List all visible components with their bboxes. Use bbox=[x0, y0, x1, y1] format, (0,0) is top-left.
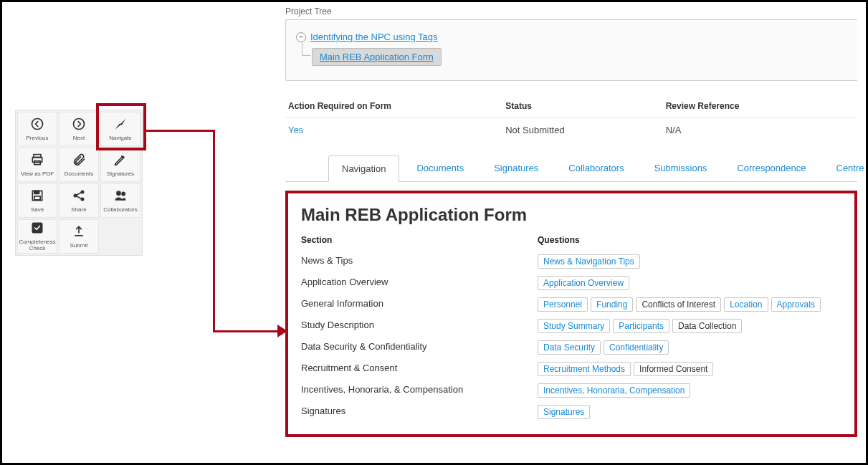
section-name: Signatures bbox=[301, 404, 538, 420]
col-action-required: Action Required on Form bbox=[285, 95, 502, 118]
tab-navigation[interactable]: Navigation bbox=[328, 155, 399, 182]
question-chip[interactable]: Personnel bbox=[538, 297, 588, 312]
question-chip[interactable]: Data Collection bbox=[672, 319, 742, 333]
navigation-panel-title: Main REB Application Form bbox=[301, 205, 841, 225]
collaborators-button[interactable]: Collaborators bbox=[100, 183, 140, 218]
next-button-label: Next bbox=[73, 135, 85, 142]
action-toolbar: PreviousNextNavigateView as PDFDocuments… bbox=[15, 110, 143, 256]
tree-child-link[interactable]: Main REB Application Form bbox=[320, 52, 434, 62]
share-icon bbox=[72, 188, 86, 205]
tab-correspondence[interactable]: Correspondence bbox=[724, 155, 819, 181]
share-button-label: Share bbox=[71, 207, 86, 214]
question-chip[interactable]: Conflicts of Interest bbox=[636, 297, 721, 312]
svg-point-12 bbox=[122, 192, 125, 195]
completeness-check-button[interactable]: Completeness Check bbox=[17, 219, 57, 254]
review-reference-value: N/A bbox=[663, 118, 857, 146]
svg-point-1 bbox=[74, 118, 85, 129]
upload-icon bbox=[72, 224, 86, 241]
arrow-left-circle-icon bbox=[30, 117, 44, 133]
question-chip[interactable]: Participants bbox=[613, 319, 669, 333]
question-chip[interactable]: Approvals bbox=[771, 297, 821, 312]
question-chip[interactable]: Funding bbox=[591, 297, 633, 312]
submit-button[interactable]: Submit bbox=[59, 219, 99, 254]
next-button[interactable]: Next bbox=[59, 112, 99, 146]
navigate-button-label: Navigate bbox=[109, 135, 132, 142]
signatures-button-label: Signatures bbox=[107, 171, 134, 178]
annotation-connector bbox=[213, 130, 215, 330]
project-tree-label: Project Tree bbox=[285, 6, 857, 16]
collaborators-button-label: Collaborators bbox=[103, 207, 138, 214]
question-chip[interactable]: Signatures bbox=[538, 405, 590, 419]
save-button-label: Save bbox=[31, 207, 44, 214]
documents-button-label: Documents bbox=[65, 171, 93, 178]
section-name: News & Tips bbox=[301, 254, 538, 269]
col-status: Status bbox=[502, 95, 662, 118]
view-pdf-button-label: View as PDF bbox=[21, 171, 54, 178]
share-button[interactable]: Share bbox=[59, 183, 99, 218]
action-required-link[interactable]: Yes bbox=[288, 125, 303, 135]
question-chip[interactable]: Study Summary bbox=[538, 319, 610, 333]
annotation-connector bbox=[146, 130, 213, 132]
question-chip[interactable]: News & Navigation Tips bbox=[538, 254, 640, 269]
section-name: Recruitment & Consent bbox=[301, 361, 538, 377]
tab-submissions[interactable]: Submissions bbox=[642, 155, 720, 181]
question-chip-group: Data SecurityConfidentiality bbox=[538, 340, 841, 355]
project-tree-box: − Identifying the NPC using Tags Main RE… bbox=[285, 19, 857, 81]
question-chip-group: Recruitment MethodsInformed Consent bbox=[538, 361, 841, 377]
save-button[interactable]: Save bbox=[17, 183, 57, 218]
tab-signatures[interactable]: Signatures bbox=[481, 155, 551, 181]
question-chip[interactable]: Confidentiality bbox=[604, 340, 669, 355]
section-name: Incentives, Honoraria, & Compensation bbox=[301, 383, 538, 398]
question-chip-group: Study SummaryParticipantsData Collection bbox=[538, 318, 841, 334]
svg-rect-4 bbox=[34, 160, 40, 164]
submit-button-label: Submit bbox=[70, 243, 88, 249]
arrow-right-circle-icon bbox=[72, 117, 86, 133]
questions-header: Questions bbox=[538, 235, 841, 248]
form-status-table: Action Required on Form Status Review Re… bbox=[285, 95, 857, 145]
previous-button-label: Previous bbox=[26, 135, 48, 142]
question-chip[interactable]: Recruitment Methods bbox=[538, 362, 631, 376]
svg-rect-7 bbox=[34, 196, 40, 199]
question-chip-group: PersonnelFundingConflicts of InterestLoc… bbox=[538, 297, 841, 312]
section-name: Study Description bbox=[301, 318, 538, 334]
view-pdf-button[interactable]: View as PDF bbox=[17, 148, 57, 182]
tab-collaborators[interactable]: Collaborators bbox=[555, 155, 636, 181]
previous-button[interactable]: Previous bbox=[17, 112, 57, 146]
svg-point-11 bbox=[117, 191, 120, 195]
question-chip[interactable]: Informed Consent bbox=[634, 362, 713, 376]
screenshot-frame: PreviousNextNavigateView as PDFDocuments… bbox=[0, 0, 868, 465]
tab-documents[interactable]: Documents bbox=[404, 155, 477, 181]
tree-child-button[interactable]: Main REB Application Form bbox=[312, 48, 442, 66]
section-name: Application Overview bbox=[301, 275, 538, 291]
col-review-reference: Review Reference bbox=[663, 95, 857, 118]
tab-centre[interactable]: Centre bbox=[824, 155, 869, 181]
check-box-icon bbox=[30, 221, 44, 237]
question-chip-group: Signatures bbox=[538, 404, 841, 420]
question-chip-group: News & Navigation Tips bbox=[538, 254, 841, 269]
tree-root-link[interactable]: Identifying the NPC using Tags bbox=[310, 32, 438, 42]
question-chip-group: Incentives, Honoraria, Compensation bbox=[538, 383, 841, 398]
navigate-button[interactable]: Navigate bbox=[100, 112, 140, 146]
question-chip[interactable]: Incentives, Honoraria, Compensation bbox=[538, 383, 690, 398]
tree-collapse-icon[interactable]: − bbox=[296, 32, 306, 42]
signatures-button[interactable]: Signatures bbox=[100, 148, 140, 182]
compass-arrow-icon bbox=[113, 117, 128, 133]
status-value: Not Submitted bbox=[502, 118, 662, 146]
question-chip-group: Application Overview bbox=[538, 275, 841, 291]
form-tabs: NavigationDocumentsSignaturesCollaborato… bbox=[285, 155, 857, 182]
section-header: Section bbox=[301, 235, 538, 248]
navigation-panel: Main REB Application Form Section Questi… bbox=[285, 191, 857, 437]
completeness-check-button-label: Completeness Check bbox=[19, 239, 55, 252]
question-chip[interactable]: Data Security bbox=[538, 340, 601, 355]
documents-button[interactable]: Documents bbox=[59, 148, 99, 182]
floppy-icon bbox=[30, 188, 44, 205]
svg-rect-6 bbox=[34, 191, 39, 193]
question-chip[interactable]: Location bbox=[724, 297, 768, 312]
svg-rect-13 bbox=[32, 224, 42, 233]
svg-point-0 bbox=[32, 118, 43, 129]
section-name: General Information bbox=[301, 297, 538, 312]
question-chip[interactable]: Application Overview bbox=[538, 276, 629, 290]
section-name: Data Security & Confidentiality bbox=[301, 340, 538, 355]
pencil-icon bbox=[113, 153, 128, 169]
annotation-connector bbox=[213, 330, 277, 332]
